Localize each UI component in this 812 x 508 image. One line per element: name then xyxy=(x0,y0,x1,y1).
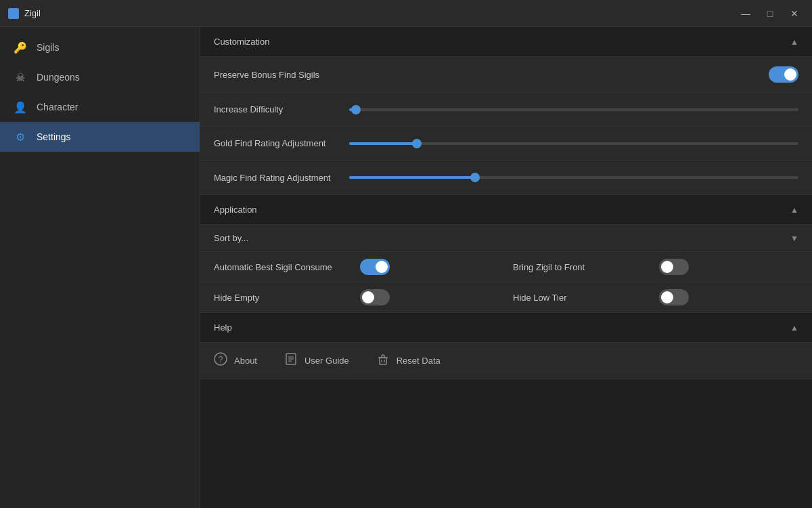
application-header[interactable]: Application ▲ xyxy=(200,195,812,225)
sidebar-item-sigils[interactable]: 🔑 Sigils xyxy=(0,33,200,62)
about-item[interactable]: ? About xyxy=(214,352,257,369)
magic-find-label: Magic Find Rating Adjustment xyxy=(214,173,349,183)
sidebar-label-sigils: Sigils xyxy=(37,42,59,53)
app-icon xyxy=(8,8,19,19)
customization-title: Customization xyxy=(214,37,269,47)
bring-front-col: Bring Zigil to Front xyxy=(513,259,798,275)
application-title: Application xyxy=(214,205,257,215)
increase-difficulty-thumb[interactable] xyxy=(351,105,361,114)
hide-empty-toggle-thumb xyxy=(362,291,374,303)
sort-by-label: Sort by... xyxy=(214,233,248,243)
sidebar-item-dungeons[interactable]: ☠ Dungeons xyxy=(0,62,200,92)
help-header[interactable]: Help ▲ xyxy=(200,313,812,343)
help-content: ? About xyxy=(200,343,812,379)
increase-difficulty-track xyxy=(349,108,798,111)
reset-data-icon xyxy=(376,352,390,369)
magic-find-row: Magic Find Rating Adjustment xyxy=(200,161,812,194)
auto-sigil-row: Automatic Best Sigil Consume Bring Zigil… xyxy=(200,252,812,282)
application-chevron: ▲ xyxy=(790,205,798,215)
hide-low-tier-toggle-thumb xyxy=(661,291,673,303)
bring-front-toggle[interactable] xyxy=(659,259,689,275)
sidebar-label-character: Character xyxy=(37,102,78,112)
hide-empty-col: Hide Empty xyxy=(214,289,499,305)
customization-chevron: ▲ xyxy=(790,37,798,47)
preserve-bonus-toggle-thumb xyxy=(784,68,796,81)
gold-find-row: Gold Find Rating Adjustment xyxy=(200,127,812,161)
sidebar-item-settings[interactable]: ⚙ Settings xyxy=(0,122,200,152)
bring-front-toggle-thumb xyxy=(661,261,673,273)
auto-sigil-toggle-thumb xyxy=(376,261,388,273)
gold-find-thumb[interactable] xyxy=(412,139,422,148)
magic-find-fill xyxy=(349,176,475,179)
gold-find-control xyxy=(349,142,798,145)
increase-difficulty-row: Increase Difficulty xyxy=(200,93,812,127)
sidebar-item-character[interactable]: 👤 Character xyxy=(0,92,200,122)
svg-text:?: ? xyxy=(219,355,223,364)
main-content: Customization ▲ Preserve Bonus Find Sigi… xyxy=(200,27,812,508)
sigils-icon: 🔑 xyxy=(14,41,27,54)
help-section: Help ▲ ? About xyxy=(200,313,812,379)
preserve-bonus-control xyxy=(349,66,798,83)
gold-find-track xyxy=(349,142,798,145)
title-bar: Zigil — □ ✕ xyxy=(0,0,812,27)
sort-by-chevron: ▼ xyxy=(790,234,798,243)
preserve-bonus-toggle[interactable] xyxy=(769,66,798,83)
help-items-container: ? About xyxy=(200,343,812,379)
help-chevron: ▲ xyxy=(790,323,798,333)
user-guide-label: User Guide xyxy=(304,356,349,366)
reset-data-label: Reset Data xyxy=(397,356,441,366)
user-guide-icon xyxy=(284,352,298,369)
magic-find-thumb[interactable] xyxy=(470,173,480,182)
character-icon: 👤 xyxy=(14,100,27,114)
bring-front-label: Bring Zigil to Front xyxy=(513,262,648,272)
sidebar: 🔑 Sigils ☠ Dungeons 👤 Character ⚙ Settin… xyxy=(0,27,200,508)
customization-section: Customization ▲ Preserve Bonus Find Sigi… xyxy=(200,27,812,195)
magic-find-track xyxy=(349,176,798,179)
help-title: Help xyxy=(214,322,232,333)
auto-sigil-col: Automatic Best Sigil Consume xyxy=(214,259,499,275)
hide-empty-label: Hide Empty xyxy=(214,293,349,303)
gold-find-label: Gold Find Rating Adjustment xyxy=(214,138,349,148)
customization-header[interactable]: Customization ▲ xyxy=(200,27,812,57)
hide-low-tier-toggle[interactable] xyxy=(659,289,689,305)
application-content: Sort by... ▼ Automatic Best Sigil Consum… xyxy=(200,225,812,313)
auto-sigil-toggle[interactable] xyxy=(360,259,390,275)
sidebar-label-dungeons: Dungeons xyxy=(37,72,80,83)
reset-data-item[interactable]: Reset Data xyxy=(376,352,441,369)
about-icon: ? xyxy=(214,352,227,369)
svg-rect-6 xyxy=(380,358,386,364)
sort-by-row[interactable]: Sort by... ▼ xyxy=(200,225,812,252)
dungeons-icon: ☠ xyxy=(14,70,27,84)
settings-icon: ⚙ xyxy=(14,130,27,144)
preserve-bonus-label: Preserve Bonus Find Sigils xyxy=(214,70,349,80)
hide-low-tier-col: Hide Low Tier xyxy=(513,289,798,305)
auto-sigil-label: Automatic Best Sigil Consume xyxy=(214,262,349,272)
close-button[interactable]: ✕ xyxy=(785,5,804,22)
maximize-button[interactable]: □ xyxy=(761,5,780,22)
app-container: 🔑 Sigils ☠ Dungeons 👤 Character ⚙ Settin… xyxy=(0,27,812,508)
app-title: Zigil xyxy=(24,8,41,18)
hide-empty-row: Hide Empty Hide Low Tier xyxy=(200,282,812,312)
minimize-button[interactable]: — xyxy=(736,5,755,22)
magic-find-control xyxy=(349,176,798,179)
customization-content: Preserve Bonus Find Sigils Increase Diff… xyxy=(200,57,812,195)
increase-difficulty-label: Increase Difficulty xyxy=(214,104,349,114)
window-controls: — □ ✕ xyxy=(736,5,804,22)
preserve-bonus-row: Preserve Bonus Find Sigils xyxy=(200,57,812,93)
increase-difficulty-control xyxy=(349,108,798,111)
about-label: About xyxy=(234,356,257,366)
sidebar-label-settings: Settings xyxy=(37,131,71,142)
title-bar-left: Zigil xyxy=(8,8,41,19)
user-guide-item[interactable]: User Guide xyxy=(284,352,349,369)
gold-find-fill xyxy=(349,142,417,145)
hide-low-tier-label: Hide Low Tier xyxy=(513,293,648,303)
hide-empty-toggle[interactable] xyxy=(360,289,390,305)
application-section: Application ▲ Sort by... ▼ Automatic Bes… xyxy=(200,195,812,313)
